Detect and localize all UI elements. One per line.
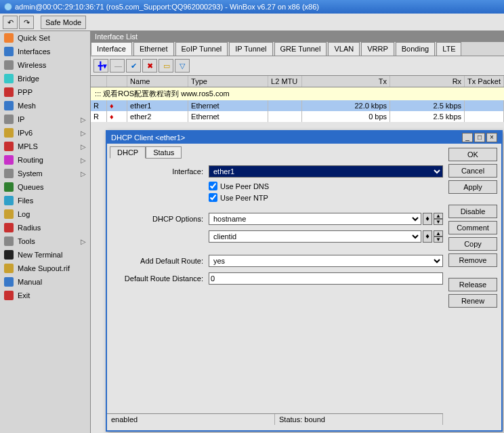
col-header[interactable] (107, 76, 127, 87)
col-header[interactable]: Rx (390, 76, 465, 87)
sidebar-item-manual[interactable]: Manual (0, 275, 90, 289)
default-route-distance-input[interactable] (209, 272, 443, 285)
tab-lte[interactable]: LTE (436, 42, 461, 56)
use-peer-dns-label: Use Peer DNS (220, 182, 269, 190)
sidebar-item-ipv6[interactable]: IPv6▷ (0, 126, 90, 140)
col-header[interactable]: Tx Packet (465, 76, 504, 87)
grid-header: NameTypeL2 MTUTxRxTx Packet (91, 75, 504, 87)
status-enabled: enabled (107, 414, 275, 425)
grid-note: ::: 观看ROS配置教程请到 www.ros5.com (91, 87, 504, 100)
sidebar-item-bridge[interactable]: Bridge (0, 72, 90, 85)
tab-ethernet[interactable]: Ethernet (133, 42, 174, 56)
apply-button[interactable]: Apply (448, 180, 497, 194)
sidebar-item-tools[interactable]: Tools▷ (0, 234, 90, 248)
option2-clear-button[interactable]: ♦ (423, 230, 432, 243)
sidebar-item-log[interactable]: Log (0, 207, 90, 221)
option2-up-button[interactable]: ▲ (434, 230, 443, 236)
dialog-tab-dhcp[interactable]: DHCP (110, 146, 146, 159)
disable-button[interactable]: Disable (448, 205, 497, 218)
dhcp-option2-select[interactable]: clientid (209, 230, 421, 243)
copy-button[interactable]: Copy (448, 237, 497, 251)
use-peer-ntp-label: Use Peer NTP (220, 194, 268, 202)
release-button[interactable]: Release (448, 278, 497, 291)
sidebar-item-exit[interactable]: Exit (0, 289, 90, 302)
sidebar-item-system[interactable]: System▷ (0, 167, 90, 180)
default-route-distance-label: Default Route Distance: (107, 274, 209, 283)
sidebar-item-interfaces[interactable]: Interfaces (0, 45, 90, 58)
dialog-statusbar: enabled Status: bound (107, 413, 443, 425)
cancel-button[interactable]: Cancel (448, 164, 497, 178)
sidebar-item-queues[interactable]: Queues (0, 180, 90, 194)
table-row[interactable]: R♦ether2Ethernet0 bps2.5 kbps (91, 111, 504, 122)
dialog-tabs: DHCPStatus (110, 146, 443, 159)
add-button[interactable]: ╋▾ (93, 59, 108, 73)
close-button[interactable]: × (486, 133, 497, 142)
sidebar-item-ip[interactable]: IP▷ (0, 112, 90, 126)
app-icon (4, 3, 12, 11)
col-header[interactable]: L2 MTU (268, 76, 302, 87)
enable-button[interactable]: ✔ (126, 59, 141, 73)
interface-toolbar: ╋▾ — ✔ ✖ ▭ ▽ (91, 56, 504, 75)
add-default-route-label: Add Default Route: (107, 257, 209, 265)
tab-eoip-tunnel[interactable]: EoIP Tunnel (175, 42, 228, 56)
window-title: admin@00:0C:29:10:36:71 (ros5.com_Suppor… (15, 0, 319, 14)
tab-interface[interactable]: Interface (91, 42, 132, 56)
col-header[interactable]: Tx (302, 76, 390, 87)
add-default-route-select[interactable]: yes (209, 255, 443, 267)
interface-label: Interface: (107, 167, 209, 176)
dhcp-client-dialog: DHCP Client <ether1> _ □ × DHCPStatus In… (106, 130, 503, 432)
dialog-tab-status[interactable]: Status (146, 146, 182, 159)
dialog-titlebar: DHCP Client <ether1> _ □ × (107, 131, 501, 144)
status-bound: Status: bound (275, 414, 443, 425)
col-header[interactable]: Type (188, 76, 268, 87)
tab-gre-tunnel[interactable]: GRE Tunnel (274, 42, 327, 56)
sidebar-item-routing[interactable]: Routing▷ (0, 153, 90, 167)
col-header[interactable]: Name (127, 76, 188, 87)
table-row[interactable]: R♦ether1Ethernet22.0 kbps2.5 kbps (91, 100, 504, 111)
redo-button[interactable]: ↷ (19, 16, 34, 29)
comment-button[interactable]: Comment (448, 221, 497, 234)
ok-button[interactable]: OK (448, 148, 497, 161)
sidebar-item-ppp[interactable]: PPP (0, 85, 90, 99)
remove-button[interactable]: — (110, 59, 125, 73)
sidebar-item-make-supout.rif[interactable]: Make Supout.rif (0, 262, 90, 275)
option1-clear-button[interactable]: ♦ (423, 213, 432, 225)
sidebar-item-new-terminal[interactable]: New Terminal (0, 248, 90, 262)
interface-tabs: InterfaceEthernetEoIP TunnelIP TunnelGRE… (91, 42, 504, 56)
option2-down-button[interactable]: ▼ (434, 236, 443, 243)
main-toolbar: ↶ ↷ Safe Mode (0, 14, 504, 31)
minimize-button[interactable]: _ (462, 133, 473, 142)
tab-bonding[interactable]: Bonding (396, 42, 435, 56)
sidebar-item-mpls[interactable]: MPLS▷ (0, 140, 90, 153)
tab-vlan[interactable]: VLAN (328, 42, 360, 56)
safe-mode-button[interactable]: Safe Mode (41, 16, 86, 29)
interface-list-title: Interface List (91, 31, 504, 42)
renew-button[interactable]: Renew (448, 294, 497, 308)
sidebar-item-mesh[interactable]: Mesh (0, 99, 90, 112)
dhcp-options-label: DHCP Options: (107, 215, 209, 223)
grid-rows: R♦ether1Ethernet22.0 kbps2.5 kbpsR♦ether… (91, 100, 504, 122)
undo-button[interactable]: ↶ (3, 16, 18, 29)
dialog-title: DHCP Client <ether1> (111, 133, 185, 142)
sidebar-item-quick-set[interactable]: Quick Set (0, 31, 90, 45)
comment-button[interactable]: ▭ (159, 59, 173, 73)
nav-sidebar: Quick SetInterfacesWirelessBridgePPPMesh… (0, 31, 91, 433)
sidebar-item-files[interactable]: Files (0, 194, 90, 207)
use-peer-dns-checkbox[interactable] (209, 182, 217, 190)
option1-up-button[interactable]: ▲ (434, 213, 443, 219)
sidebar-item-wireless[interactable]: Wireless (0, 58, 90, 72)
sidebar-item-radius[interactable]: Radius (0, 221, 90, 234)
col-header[interactable] (91, 76, 107, 87)
use-peer-ntp-checkbox[interactable] (209, 193, 217, 202)
disable-button[interactable]: ✖ (142, 59, 157, 73)
dhcp-option1-select[interactable]: hostname (209, 213, 421, 225)
dialog-buttons: OKCancelApplyDisableCommentCopyRemoveRel… (448, 144, 501, 430)
tab-vrrp[interactable]: VRRP (361, 42, 394, 56)
tab-ip-tunnel[interactable]: IP Tunnel (229, 42, 272, 56)
maximize-button[interactable]: □ (474, 133, 485, 142)
remove-button[interactable]: Remove (448, 253, 497, 267)
option1-down-button[interactable]: ▼ (434, 219, 443, 225)
interface-select[interactable]: ether1 (209, 165, 443, 178)
filter-button[interactable]: ▽ (175, 59, 190, 73)
window-titlebar: admin@00:0C:29:10:36:71 (ros5.com_Suppor… (0, 0, 504, 14)
